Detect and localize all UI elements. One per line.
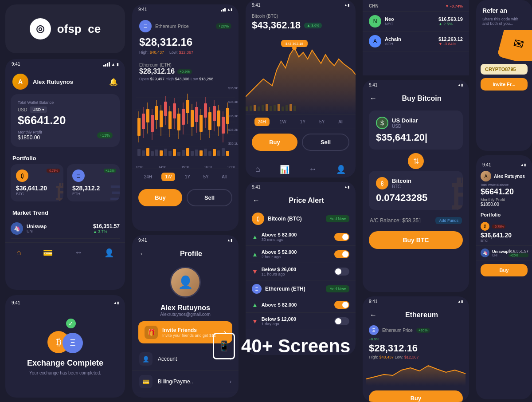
billing-icon: 💳 [139, 375, 153, 388]
ac-balance-row: A/C Balance: $58,351 Add Funds [363, 213, 469, 228]
alert-toggle-5[interactable] [334, 317, 349, 325]
rw-uniswap-item[interactable]: 🦄 Uniswap UNI $16,351.57 +20% [476, 246, 532, 260]
eth-change-badge: +1.3% [104, 169, 116, 173]
btc-tf-1y[interactable]: 1Y [297, 118, 309, 126]
alert-status-time: 9:41 [252, 185, 260, 189]
btc-tf-24h[interactable]: 24H [254, 118, 270, 126]
menu-item-billing[interactable]: 💳 Billing/Payme.. › [132, 370, 239, 393]
crypto-header-row: CHN ▼ -0.74% [369, 4, 463, 8]
btc-receive-code: BTC [392, 184, 411, 189]
achain-list-item[interactable]: A Achain ACH $12,263.12 ▼ -3.84% [363, 32, 469, 51]
buy-btc-back-button[interactable]: ← [370, 95, 377, 102]
profile-avatar-container: 👤 [132, 262, 239, 304]
profit-amount: $1850.00 [18, 134, 42, 141]
currency-badge[interactable]: USD ▾ [30, 106, 47, 113]
nav-exchange-icon[interactable]: ↔ [74, 248, 82, 258]
alert-time-1: 30 mins ago [262, 237, 297, 242]
btc-buy-button[interactable]: Buy [252, 134, 297, 151]
profit-label: Monthly Profit [18, 130, 42, 134]
btc-chart-status-icons: ▲▮ [344, 3, 349, 7]
rw-btc-icon: ₿ [481, 222, 489, 231]
svg-rect-15 [182, 150, 185, 156]
btc-nav-chart-icon[interactable]: 📊 [280, 165, 289, 174]
eth-bottom-back-button[interactable]: ← [370, 311, 377, 319]
btc-nav-profile-icon[interactable]: 👤 [336, 165, 346, 174]
uniswap-change: ▲ 3.7% [93, 229, 120, 234]
nav-card-icon[interactable]: 💳 [43, 248, 53, 258]
btc-tf-1w[interactable]: 1W [276, 118, 290, 126]
balance-currency: USD USD ▾ [18, 106, 113, 113]
eth-bottom-status-icons: ▲▮ [458, 300, 463, 303]
eth-price-row: Ξ Ethereum Price +20% [139, 20, 231, 32]
alert-item-5-left: ▼ Below $ 12,000 1 day ago [252, 316, 296, 326]
exchange-desc: Your exchange has been completed. [29, 370, 101, 375]
sb3 [224, 8, 226, 12]
btc-portfolio-card[interactable]: ₿ -0.79% $36,641.20 BTC ₿ [11, 164, 63, 201]
balance-label: Total Wallet Balance [18, 100, 113, 105]
alert-btc-icon: ₿ [252, 213, 264, 225]
alert-eth-label: Ethereum (ETH) [265, 286, 305, 292]
tf-1y[interactable]: 1Y [181, 173, 194, 181]
svg-rect-76 [278, 104, 280, 111]
profile-status-time: 9:41 [138, 238, 147, 243]
uniswap-name: Uniswap [27, 224, 47, 229]
tf-1w[interactable]: 1W [161, 173, 175, 181]
btc-nav-exchange-icon[interactable]: ↔ [309, 165, 317, 174]
rw-buy-button[interactable]: Buy [481, 264, 528, 276]
screens-text: 40+ Screens [241, 335, 350, 357]
alert-toggle-1[interactable] [334, 233, 349, 241]
eth-signal [221, 8, 226, 12]
add-funds-button[interactable]: Add Funds [435, 217, 462, 224]
btc-receive-amount: 0.07423285 [376, 192, 456, 204]
btc-receive-header: ₿ Bitcoin BTC [376, 177, 456, 189]
status-bar: 9:41 ▲ ▮ [5, 59, 125, 67]
invite-icon: 🎁 [145, 326, 158, 339]
svg-rect-22 [213, 149, 216, 156]
alert-add-new-button[interactable]: Add New [326, 215, 349, 222]
market-item-uniswap[interactable]: 🦄 Uniswap UNI $16,351.57 ▲ 3.7% [11, 219, 120, 239]
eth-bottom-buy-button[interactable]: Buy [369, 390, 463, 402]
nav-profile-icon[interactable]: 👤 [104, 248, 114, 258]
svg-rect-9 [155, 150, 158, 156]
eth-sell-button[interactable]: Sell [187, 189, 232, 206]
alert-toggle-2[interactable] [334, 250, 349, 258]
notification-bell-icon[interactable]: 🔔 [109, 78, 118, 86]
svg-rect-21 [208, 151, 211, 156]
rw-btc-item[interactable]: ₿ -0.79% $36,641.20 BTC [476, 219, 532, 246]
neo-change: ▲ 2.5% [438, 22, 463, 26]
btc-tf-all[interactable]: All [335, 118, 347, 126]
btc-sell-button[interactable]: Sell [302, 134, 349, 151]
eth-buy-button[interactable]: Buy [138, 189, 182, 206]
menu-item-language[interactable]: 🌐 Language English › [132, 393, 239, 398]
profile-back-button[interactable]: ← [139, 250, 146, 258]
btc-nav-home-icon[interactable]: ⌂ [255, 165, 260, 174]
eth-portfolio-card[interactable]: Ξ +1.3% $28,312.2 ETH Ξ [67, 164, 120, 201]
tf-all[interactable]: All [218, 173, 230, 181]
refer-invite-button[interactable]: Invite Fr... [481, 78, 528, 91]
btc-chart-nav: ⌂ 📊 ↔ 👤 [246, 159, 356, 177]
nav-home-icon[interactable]: ⌂ [16, 248, 21, 258]
alert-eth-add-new-button[interactable]: Add New [326, 285, 349, 292]
btc-tf-5y[interactable]: 5Y [316, 118, 328, 126]
alert-back-button[interactable]: ← [253, 197, 260, 205]
buy-btc-confirm-button[interactable]: Buy BTC [369, 231, 463, 249]
svg-rect-71 [258, 106, 260, 111]
phone-icon: 📱 [213, 333, 235, 359]
billing-label: Billing/Payme.. [158, 378, 224, 385]
tf-24h[interactable]: 24H [141, 173, 156, 181]
btc-symbol: BTC [16, 192, 58, 196]
exchange-status-bar: 9:41 ▲▮ [5, 298, 125, 306]
alert-toggle-4[interactable] [334, 301, 349, 309]
swap-button[interactable]: ⇅ [408, 153, 424, 169]
eth-icon: Ξ [72, 169, 85, 182]
svg-rect-41 [168, 111, 172, 129]
signal-bar-2 [105, 64, 106, 67]
tf-5y[interactable]: 5Y [200, 173, 212, 181]
svg-rect-45 [177, 114, 180, 130]
crypto-chn-text: CHN [369, 4, 379, 8]
alert-item-4-left: ▲ Above $ 82,000 [252, 301, 297, 308]
alert-toggle-3[interactable] [334, 268, 349, 276]
btc-price-row: $43,362.18 ▲ 3.6% [252, 20, 349, 31]
svg-rect-69 [250, 106, 252, 111]
neo-list-item[interactable]: N Neo NEO $16,563.19 ▲ 2.5% [363, 12, 469, 32]
